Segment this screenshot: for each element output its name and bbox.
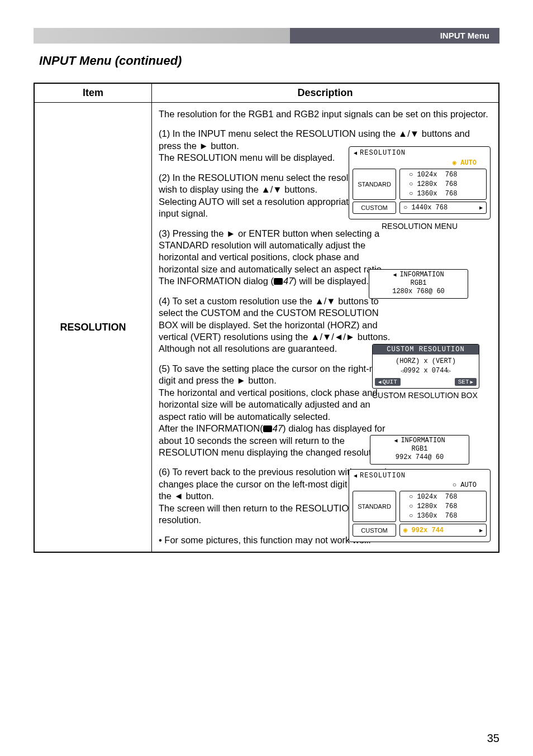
opt-1024: 1024x 768 <box>409 171 457 179</box>
information-box-1: INFORMATION RGB1 1280x 768@ 60 <box>369 269 468 299</box>
resolution-table: Item Description RESOLUTION The resoluti… <box>34 83 499 553</box>
chevron-right-icon: ▶ <box>479 527 483 534</box>
col-item-header: Item <box>34 83 152 103</box>
info-title: INFORMATION <box>374 271 463 279</box>
panel-title: RESOLUTION <box>353 149 487 159</box>
caption-resolution-menu: RESOLUTION MENU <box>349 222 491 231</box>
standard-label: STANDARD <box>353 169 396 200</box>
step4-text-b: Although not all resolutions are guarant… <box>159 343 337 353</box>
info-value: 1280x 768@ 60 <box>374 288 463 296</box>
page-number: 35 <box>487 732 499 745</box>
panel-title-2: RESOLUTION <box>353 472 487 481</box>
info-value-2: 992x 744@ 60 <box>375 453 464 462</box>
opt-1024-2: 1024x 768 <box>409 493 457 501</box>
opt-1360-2: 1360x 768 <box>409 512 457 520</box>
information-box-2: INFORMATION RGB1 992x 744@ 60 <box>370 435 469 465</box>
section-title: INPUT Menu (continued) <box>39 54 499 68</box>
standard-label-2: STANDARD <box>353 491 396 522</box>
col-desc-header: Description <box>152 83 499 103</box>
intro-text: The resolution for the RGB1 and RGB2 inp… <box>159 108 492 120</box>
opt-1280-2: 1280x 768 <box>409 503 457 510</box>
custom-label-2: CUSTOM <box>353 524 396 537</box>
caption-custom-box: CUSTOM RESOLUTION BOX <box>372 391 479 400</box>
chevron-right-icon: ▷ <box>448 369 451 374</box>
opt-auto: AUTO <box>353 159 487 167</box>
step4-text: (4) To set a custom resolution use the ▲… <box>159 296 390 342</box>
quit-button: QUIT <box>375 378 401 386</box>
chevron-right-icon: ▶ <box>479 204 483 211</box>
opt-1280: 1280x 768 <box>409 180 457 188</box>
resolution-menu-figure-2: RESOLUTION AUTO STANDARD 1024x 768 1280x… <box>349 469 491 542</box>
info-source: RGB1 <box>374 279 463 288</box>
custom-label: CUSTOM <box>353 202 396 214</box>
step1-text-b: The RESOLUTION menu will be displayed. <box>159 152 335 164</box>
step2-text-b: Selecting AUTO will set a resolution app… <box>159 197 379 218</box>
cust-head: CUSTOM RESOLUTION <box>373 344 479 355</box>
item-label: RESOLUTION <box>34 103 152 553</box>
info-source-2: RGB1 <box>375 445 464 453</box>
step5-ref: 47 <box>273 423 283 433</box>
opt-custom-992: 992x 744 <box>403 526 444 534</box>
resolution-menu-figure-1: RESOLUTION AUTO STANDARD 1024x 768 1280x… <box>349 146 491 219</box>
opt-custom-1440: 1440x 768 <box>403 204 448 212</box>
step3-ref: 47 <box>283 276 293 286</box>
info-title-2: INFORMATION <box>375 437 464 445</box>
step5-text-a: (5) To save the setting place the cursor… <box>159 363 389 385</box>
header-menu-tag: INPUT Menu <box>440 31 489 40</box>
header-bar: INPUT Menu <box>34 28 499 44</box>
opt-auto-2: AUTO <box>453 481 477 489</box>
set-button: SET <box>455 378 477 386</box>
book-icon <box>263 425 272 432</box>
description-cell: The resolution for the RGB1 and RGB2 inp… <box>152 103 499 553</box>
custom-resolution-box: CUSTOM RESOLUTION (HORZ) x (VERT) ◁0992 … <box>372 344 479 389</box>
opt-1360: 1360x 768 <box>409 190 457 198</box>
book-icon <box>274 278 283 285</box>
cust-line2: 0992 x 0744 <box>403 367 448 375</box>
step3-text-b: ) will be displayed. <box>293 276 369 286</box>
step5-text-c-pre: After the INFORMATION( <box>159 423 263 433</box>
cust-line1: (HORZ) x (VERT) <box>376 357 475 366</box>
step5-text-b: The horizontal and vertical positions, c… <box>159 387 378 422</box>
